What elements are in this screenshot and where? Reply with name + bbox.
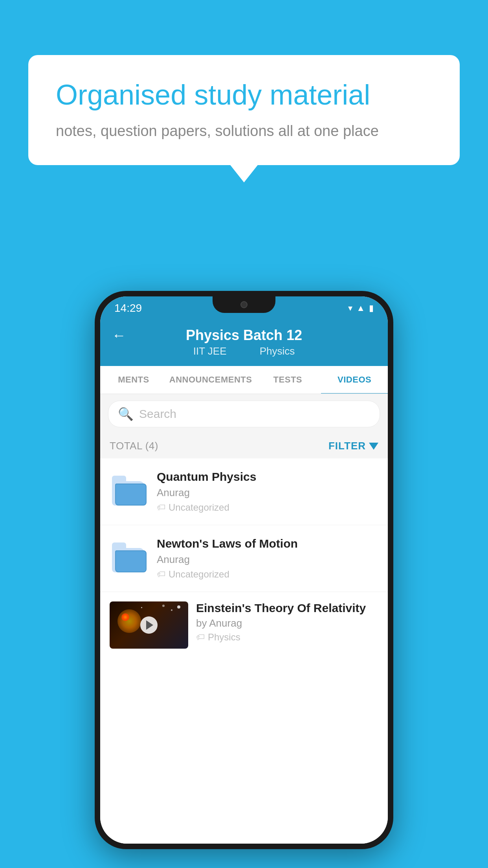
total-label: TOTAL (4) xyxy=(110,440,158,452)
search-bar: 🔍 Search xyxy=(100,394,388,434)
video-author-2: Anurag xyxy=(157,554,378,566)
speech-bubble: Organised study material notes, question… xyxy=(28,55,460,165)
status-time: 14:29 xyxy=(114,302,142,314)
folder-icon xyxy=(112,541,147,572)
search-icon: 🔍 xyxy=(118,406,134,421)
header-subtitle-iit: IIT JEE xyxy=(193,345,227,357)
einstein-title: Einstein's Theory Of Relativity xyxy=(196,601,378,615)
header-title: Physics Batch 12 xyxy=(186,327,302,344)
video-tag-1: 🏷 Uncategorized xyxy=(157,502,378,513)
einstein-tag-label: Physics xyxy=(208,632,240,643)
video-info-1: Quantum Physics Anurag 🏷 Uncategorized xyxy=(157,470,378,513)
tab-tests-label: TESTS xyxy=(273,375,302,384)
video-list: Quantum Physics Anurag 🏷 Uncategorized xyxy=(100,458,388,844)
tag-icon-3: 🏷 xyxy=(196,632,205,642)
search-input-wrap[interactable]: 🔍 Search xyxy=(108,401,380,427)
tab-announcements-label: ANNOUNCEMENTS xyxy=(169,375,252,384)
video-info-2: Newton's Laws of Motion Anurag 🏷 Uncateg… xyxy=(157,537,378,580)
tab-tests[interactable]: TESTS xyxy=(254,366,321,394)
filter-button[interactable]: FILTER xyxy=(328,440,378,452)
tag-icon-2: 🏷 xyxy=(157,569,165,579)
list-item[interactable]: Einstein's Theory Of Relativity by Anura… xyxy=(100,592,388,649)
phone-notch xyxy=(213,296,275,313)
battery-icon: ▮ xyxy=(369,303,374,313)
app-header: ← Physics Batch 12 IIT JEE Physics xyxy=(100,320,388,366)
total-row: TOTAL (4) FILTER xyxy=(100,434,388,458)
header-subtitle: IIT JEE Physics xyxy=(189,345,300,357)
tab-announcements[interactable]: ANNOUNCEMENTS xyxy=(167,366,255,394)
header-subtitle-sep xyxy=(239,345,248,357)
search-input[interactable]: Search xyxy=(139,407,176,421)
tag-icon-1: 🏷 xyxy=(157,502,165,513)
signal-icon: ▲ xyxy=(356,303,365,313)
einstein-author: by Anurag xyxy=(196,617,378,629)
list-item[interactable]: Newton's Laws of Motion Anurag 🏷 Uncateg… xyxy=(100,525,388,592)
phone-camera xyxy=(240,301,248,308)
tab-ments[interactable]: MENTS xyxy=(100,366,167,394)
video-author-1: Anurag xyxy=(157,487,378,499)
back-button[interactable]: ← xyxy=(112,327,126,344)
phone-screen: 14:29 ▾ ▲ ▮ ← Physics Batch 12 IIT JEE P… xyxy=(100,296,388,844)
filter-icon xyxy=(369,443,378,450)
list-item[interactable]: Quantum Physics Anurag 🏷 Uncategorized xyxy=(100,458,388,525)
filter-label: FILTER xyxy=(328,440,366,452)
folder-icon xyxy=(112,474,147,506)
video-tag-label-2: Uncategorized xyxy=(169,569,229,580)
tab-ments-label: MENTS xyxy=(118,375,149,384)
video-thumbnail-2 xyxy=(110,537,149,576)
tab-videos[interactable]: VIDEOS xyxy=(321,366,388,394)
phone-device: 14:29 ▾ ▲ ▮ ← Physics Batch 12 IIT JEE P… xyxy=(95,291,393,849)
play-icon xyxy=(146,620,153,630)
video-tag-2: 🏷 Uncategorized xyxy=(157,569,378,580)
speech-bubble-subtitle: notes, question papers, solutions all at… xyxy=(56,121,432,142)
tab-bar: MENTS ANNOUNCEMENTS TESTS VIDEOS xyxy=(100,366,388,394)
status-icons: ▾ ▲ ▮ xyxy=(348,303,374,313)
play-button-3[interactable] xyxy=(140,616,158,634)
video-thumbnail-1 xyxy=(110,470,149,509)
wifi-icon: ▾ xyxy=(348,303,352,313)
header-subtitle-physics: Physics xyxy=(260,345,295,357)
screen-content: 14:29 ▾ ▲ ▮ ← Physics Batch 12 IIT JEE P… xyxy=(100,296,388,844)
einstein-info: Einstein's Theory Of Relativity by Anura… xyxy=(196,601,378,643)
video-title-2: Newton's Laws of Motion xyxy=(157,537,378,550)
speech-bubble-headline: Organised study material xyxy=(56,79,432,111)
tab-videos-label: VIDEOS xyxy=(338,375,371,384)
video-title-1: Quantum Physics xyxy=(157,470,378,484)
einstein-tag: 🏷 Physics xyxy=(196,632,378,643)
video-thumbnail-3 xyxy=(110,601,188,649)
video-tag-label-1: Uncategorized xyxy=(169,502,229,513)
speech-bubble-container: Organised study material notes, question… xyxy=(28,55,460,165)
